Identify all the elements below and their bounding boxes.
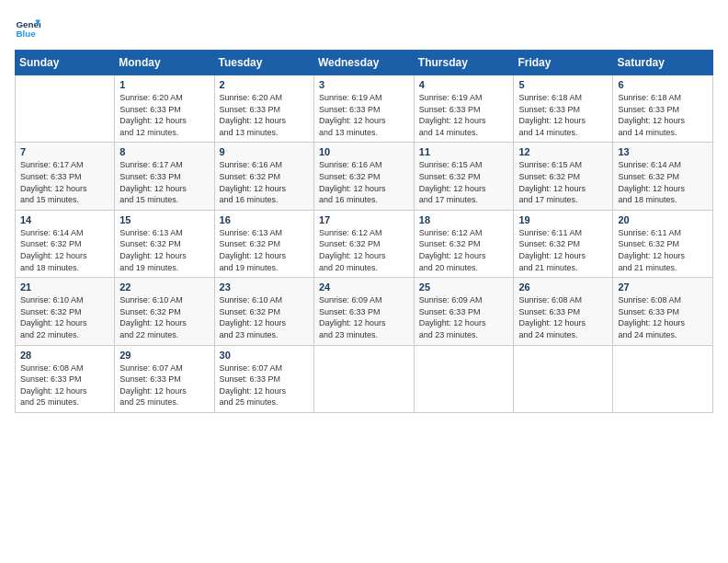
weekday-header-wednesday: Wednesday [313, 51, 414, 75]
day-number: 5 [518, 79, 608, 90]
sun-info: Sunrise: 6:13 AM Sunset: 6:32 PM Dayligh… [119, 227, 209, 273]
calendar-cell: 28Sunrise: 6:08 AM Sunset: 6:33 PM Dayli… [16, 345, 115, 412]
sun-info: Sunrise: 6:08 AM Sunset: 6:33 PM Dayligh… [20, 362, 109, 408]
sun-info: Sunrise: 6:16 AM Sunset: 6:32 PM Dayligh… [319, 159, 409, 205]
weekday-header-sunday: Sunday [16, 51, 115, 75]
day-number: 12 [518, 146, 608, 157]
day-number: 9 [220, 146, 309, 157]
weekday-header-tuesday: Tuesday [214, 51, 313, 75]
day-number: 6 [618, 79, 708, 90]
day-number: 24 [319, 282, 409, 293]
sun-info: Sunrise: 6:19 AM Sunset: 6:33 PM Dayligh… [419, 92, 509, 138]
sun-info: Sunrise: 6:15 AM Sunset: 6:32 PM Dayligh… [518, 159, 608, 205]
calendar-cell [16, 75, 115, 143]
sun-info: Sunrise: 6:09 AM Sunset: 6:33 PM Dayligh… [419, 294, 509, 340]
calendar-cell: 5Sunrise: 6:18 AM Sunset: 6:33 PM Daylig… [514, 75, 613, 143]
sun-info: Sunrise: 6:18 AM Sunset: 6:33 PM Dayligh… [518, 92, 608, 138]
calendar-cell: 9Sunrise: 6:16 AM Sunset: 6:32 PM Daylig… [214, 143, 313, 210]
calendar-cell [613, 345, 713, 412]
calendar-week-row: 1Sunrise: 6:20 AM Sunset: 6:33 PM Daylig… [16, 75, 713, 143]
weekday-header-monday: Monday [115, 51, 214, 75]
sun-info: Sunrise: 6:08 AM Sunset: 6:33 PM Dayligh… [518, 294, 608, 340]
sun-info: Sunrise: 6:17 AM Sunset: 6:33 PM Dayligh… [119, 159, 209, 205]
day-number: 23 [220, 282, 309, 293]
sun-info: Sunrise: 6:17 AM Sunset: 6:33 PM Dayligh… [20, 159, 109, 205]
calendar-week-row: 7Sunrise: 6:17 AM Sunset: 6:33 PM Daylig… [16, 143, 713, 210]
weekday-header-thursday: Thursday [414, 51, 514, 75]
calendar-week-row: 14Sunrise: 6:14 AM Sunset: 6:32 PM Dayli… [16, 210, 713, 277]
calendar-week-row: 28Sunrise: 6:08 AM Sunset: 6:33 PM Dayli… [16, 345, 713, 412]
day-number: 4 [419, 79, 509, 90]
calendar-cell: 6Sunrise: 6:18 AM Sunset: 6:33 PM Daylig… [613, 75, 713, 143]
day-number: 25 [419, 282, 509, 293]
calendar-cell [313, 345, 414, 412]
calendar-cell: 27Sunrise: 6:08 AM Sunset: 6:33 PM Dayli… [613, 278, 713, 345]
sun-info: Sunrise: 6:08 AM Sunset: 6:33 PM Dayligh… [618, 294, 708, 340]
day-number: 17 [319, 214, 409, 225]
sun-info: Sunrise: 6:10 AM Sunset: 6:32 PM Dayligh… [220, 294, 309, 340]
day-number: 30 [220, 350, 309, 361]
sun-info: Sunrise: 6:11 AM Sunset: 6:32 PM Dayligh… [518, 227, 608, 273]
logo: General Blue [15, 15, 44, 40]
sun-info: Sunrise: 6:20 AM Sunset: 6:33 PM Dayligh… [119, 92, 209, 138]
day-number: 3 [319, 79, 409, 90]
sun-info: Sunrise: 6:11 AM Sunset: 6:32 PM Dayligh… [618, 227, 708, 273]
calendar-cell: 17Sunrise: 6:12 AM Sunset: 6:32 PM Dayli… [313, 210, 414, 277]
calendar-header-row: SundayMondayTuesdayWednesdayThursdayFrid… [16, 51, 713, 75]
calendar-cell: 30Sunrise: 6:07 AM Sunset: 6:33 PM Dayli… [214, 345, 313, 412]
sun-info: Sunrise: 6:07 AM Sunset: 6:33 PM Dayligh… [119, 362, 209, 408]
sun-info: Sunrise: 6:10 AM Sunset: 6:32 PM Dayligh… [119, 294, 209, 340]
weekday-header-friday: Friday [514, 51, 613, 75]
calendar-cell [514, 345, 613, 412]
calendar-cell: 18Sunrise: 6:12 AM Sunset: 6:32 PM Dayli… [414, 210, 514, 277]
day-number: 19 [518, 214, 608, 225]
sun-info: Sunrise: 6:12 AM Sunset: 6:32 PM Dayligh… [319, 227, 409, 273]
sun-info: Sunrise: 6:10 AM Sunset: 6:32 PM Dayligh… [20, 294, 109, 340]
day-number: 27 [618, 282, 708, 293]
calendar-week-row: 21Sunrise: 6:10 AM Sunset: 6:32 PM Dayli… [16, 278, 713, 345]
day-number: 21 [20, 282, 109, 293]
logo-icon: General Blue [15, 15, 40, 40]
calendar-cell: 7Sunrise: 6:17 AM Sunset: 6:33 PM Daylig… [16, 143, 115, 210]
calendar-cell: 22Sunrise: 6:10 AM Sunset: 6:32 PM Dayli… [115, 278, 214, 345]
calendar-cell: 3Sunrise: 6:19 AM Sunset: 6:33 PM Daylig… [313, 75, 414, 143]
calendar-cell: 8Sunrise: 6:17 AM Sunset: 6:33 PM Daylig… [115, 143, 214, 210]
sun-info: Sunrise: 6:18 AM Sunset: 6:33 PM Dayligh… [618, 92, 708, 138]
calendar-cell: 24Sunrise: 6:09 AM Sunset: 6:33 PM Dayli… [313, 278, 414, 345]
svg-text:Blue: Blue [16, 29, 36, 39]
day-number: 2 [220, 79, 309, 90]
calendar-cell: 13Sunrise: 6:14 AM Sunset: 6:32 PM Dayli… [613, 143, 713, 210]
day-number: 22 [119, 282, 209, 293]
calendar-cell: 12Sunrise: 6:15 AM Sunset: 6:32 PM Dayli… [514, 143, 613, 210]
calendar-cell: 15Sunrise: 6:13 AM Sunset: 6:32 PM Dayli… [115, 210, 214, 277]
calendar-cell: 23Sunrise: 6:10 AM Sunset: 6:32 PM Dayli… [214, 278, 313, 345]
calendar-cell: 25Sunrise: 6:09 AM Sunset: 6:33 PM Dayli… [414, 278, 514, 345]
day-number: 29 [119, 350, 209, 361]
sun-info: Sunrise: 6:20 AM Sunset: 6:33 PM Dayligh… [220, 92, 309, 138]
sun-info: Sunrise: 6:14 AM Sunset: 6:32 PM Dayligh… [618, 159, 708, 205]
day-number: 14 [20, 214, 109, 225]
page-header: General Blue [15, 15, 713, 40]
day-number: 8 [119, 146, 209, 157]
sun-info: Sunrise: 6:12 AM Sunset: 6:32 PM Dayligh… [419, 227, 509, 273]
day-number: 11 [419, 146, 509, 157]
sun-info: Sunrise: 6:09 AM Sunset: 6:33 PM Dayligh… [319, 294, 409, 340]
calendar-cell: 29Sunrise: 6:07 AM Sunset: 6:33 PM Dayli… [115, 345, 214, 412]
calendar-cell: 21Sunrise: 6:10 AM Sunset: 6:32 PM Dayli… [16, 278, 115, 345]
day-number: 7 [20, 146, 109, 157]
sun-info: Sunrise: 6:13 AM Sunset: 6:32 PM Dayligh… [220, 227, 309, 273]
calendar-cell: 4Sunrise: 6:19 AM Sunset: 6:33 PM Daylig… [414, 75, 514, 143]
day-number: 10 [319, 146, 409, 157]
day-number: 20 [618, 214, 708, 225]
sun-info: Sunrise: 6:19 AM Sunset: 6:33 PM Dayligh… [319, 92, 409, 138]
day-number: 15 [119, 214, 209, 225]
sun-info: Sunrise: 6:16 AM Sunset: 6:32 PM Dayligh… [220, 159, 309, 205]
calendar-cell: 26Sunrise: 6:08 AM Sunset: 6:33 PM Dayli… [514, 278, 613, 345]
calendar-table: SundayMondayTuesdayWednesdayThursdayFrid… [15, 50, 713, 413]
sun-info: Sunrise: 6:14 AM Sunset: 6:32 PM Dayligh… [20, 227, 109, 273]
day-number: 28 [20, 350, 109, 361]
calendar-cell: 11Sunrise: 6:15 AM Sunset: 6:32 PM Dayli… [414, 143, 514, 210]
calendar-cell: 2Sunrise: 6:20 AM Sunset: 6:33 PM Daylig… [214, 75, 313, 143]
calendar-cell: 1Sunrise: 6:20 AM Sunset: 6:33 PM Daylig… [115, 75, 214, 143]
calendar-cell: 20Sunrise: 6:11 AM Sunset: 6:32 PM Dayli… [613, 210, 713, 277]
